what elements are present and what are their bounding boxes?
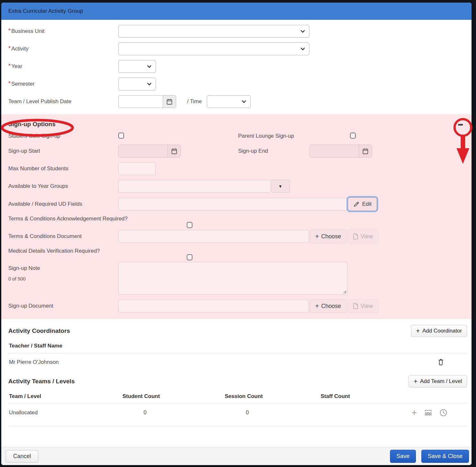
signup-start-label: Sign-up Start [8,148,118,154]
chevron-down-icon [300,29,305,34]
dialog-footer: Cancel Save Save & Close [1,447,472,465]
activity-select[interactable] [118,42,309,55]
col-session-count: Session Count [225,393,321,400]
year-label: *Year [8,63,118,70]
signup-doc-label: Sign-up Document [8,303,118,309]
semester-row: *Semester [8,78,464,90]
student-cafe-label: Student Cafe Sign-up [8,133,118,139]
required-asterisk-icon: * [8,45,11,51]
add-team-level-button[interactable]: +Add Team / Level [409,375,467,387]
tc-doc-label: Terms & Conditions Document [8,233,118,240]
activity-row: *Activity [8,42,464,55]
publish-date-calendar-button[interactable] [163,96,176,108]
ud-fields-input[interactable] [118,198,347,211]
coordinators-heading: Activity Coordinators [8,327,70,334]
tc-ack-row: Terms & Conditions Acknowledgement Requi… [8,216,472,223]
manage-students-button[interactable] [424,409,433,417]
trash-icon [438,358,444,366]
business-unit-row: *Business Unit [8,25,464,38]
student-cafe-checkbox[interactable] [118,133,124,139]
signup-note-label: Sign-up Note [8,265,118,272]
teams-section: Activity Teams / Levels +Add Team / Leve… [1,374,472,426]
max-students-input[interactable] [118,162,156,175]
document-icon [353,233,358,240]
semester-select[interactable] [118,78,156,90]
signup-note-textarea[interactable] [118,262,347,295]
add-session-button[interactable]: + [412,410,417,416]
tc-ack-checkbox[interactable] [187,222,192,228]
required-asterisk-icon: * [8,27,11,34]
required-asterisk-icon: * [8,80,11,86]
medical-checkbox[interactable] [187,254,192,260]
year-select[interactable] [118,60,156,73]
plus-icon: + [412,410,417,416]
plus-icon: + [416,328,420,334]
signup-dates-row: Sign-up Start Sign-up End [8,145,472,157]
sessions-schedule-button[interactable] [440,409,447,417]
signup-note-row: Sign-up Note 0 of 500 [8,262,472,295]
document-icon [353,303,358,309]
modal-backdrop: Extra Curricular Activity Group *Busines… [0,0,476,467]
activity-label: *Activity [8,46,118,52]
publish-date-group [118,95,176,108]
team-name: Unallocated [9,410,122,416]
time-label: / Time [187,98,202,105]
ud-fields-label: Available / Required UD Fields [8,201,118,207]
save-button[interactable]: Save [390,450,416,463]
year-groups-dropdown-button[interactable]: ▼ [271,180,290,193]
plus-icon: + [315,233,319,240]
year-groups-input[interactable] [118,180,270,193]
calendar-icon [166,98,173,105]
resize-handle-icon[interactable] [343,290,347,294]
medical-label: Medical Details Verification Required? [8,248,238,254]
tc-doc-choose-button[interactable]: +Choose [310,230,347,243]
col-staff-count: Staff Count [321,393,404,400]
calendar-icon [171,148,177,155]
col-team-level: Team / Level [9,393,122,400]
add-coordinator-button[interactable]: +Add Coordinator [411,325,467,337]
chevron-down-icon [241,99,246,104]
dialog-header: Extra Curricular Activity Group [1,3,472,20]
publish-date-input[interactable] [119,96,163,108]
signup-doc-view-button[interactable]: View [347,299,378,313]
year-groups-label: Available to Year Groups [8,183,118,189]
signup-doc-input[interactable] [118,300,309,312]
teams-table-header: Team / Level Student Count Session Count… [8,392,467,404]
teams-heading: Activity Teams / Levels [8,378,75,385]
signup-start-calendar-button[interactable] [168,145,181,157]
max-students-row: Max Number of Students [8,162,472,175]
signup-options-section: Sign-up Options Student Cafe Sign-up Par… [1,114,472,319]
cancel-button[interactable]: Cancel [6,450,38,463]
save-close-button[interactable]: Save & Close [421,450,469,463]
signup-end-calendar-button[interactable] [359,145,372,157]
signup-start-input[interactable] [119,145,168,157]
max-students-label: Max Number of Students [8,165,118,172]
parent-lounge-checkbox[interactable] [350,133,356,139]
student-count-value: 0 [122,410,225,416]
triangle-down-icon: ▼ [278,184,283,189]
medical-row: Medical Details Verification Required? [8,248,472,256]
tc-doc-row: Terms & Conditions Document +Choose View [8,230,472,243]
signup-end-input[interactable] [310,145,359,157]
signup-checkbox-row: Student Cafe Sign-up Parent Lounge Sign-… [8,132,472,140]
clock-icon [440,409,447,417]
tc-ack-label: Terms & Conditions Acknowledgement Requi… [8,216,238,222]
ud-fields-row: Available / Required UD Fields Edit [8,197,472,211]
tc-doc-view-button[interactable]: View [347,230,378,243]
signup-doc-choose-button[interactable]: +Choose [310,299,347,313]
tc-doc-input[interactable] [118,230,309,243]
collapse-section-button[interactable] [457,122,464,127]
calendar-icon [362,148,369,155]
col-student-count: Student Count [122,393,225,400]
required-asterisk-icon: * [8,63,11,69]
pencil-icon [353,201,360,207]
edit-ud-fields-button[interactable]: Edit [348,197,377,211]
publish-time-select[interactable] [207,95,251,108]
coordinators-section: Activity Coordinators +Add Coordinator T… [1,319,472,374]
delete-coordinator-button[interactable] [438,358,444,366]
dialog-title: Extra Curricular Activity Group [8,8,83,14]
coordinators-column-header: Teacher / Staff Name [8,341,467,353]
year-row: *Year [8,60,464,73]
note-char-counter: 0 of 500 [8,276,118,281]
business-unit-select[interactable] [118,25,309,38]
